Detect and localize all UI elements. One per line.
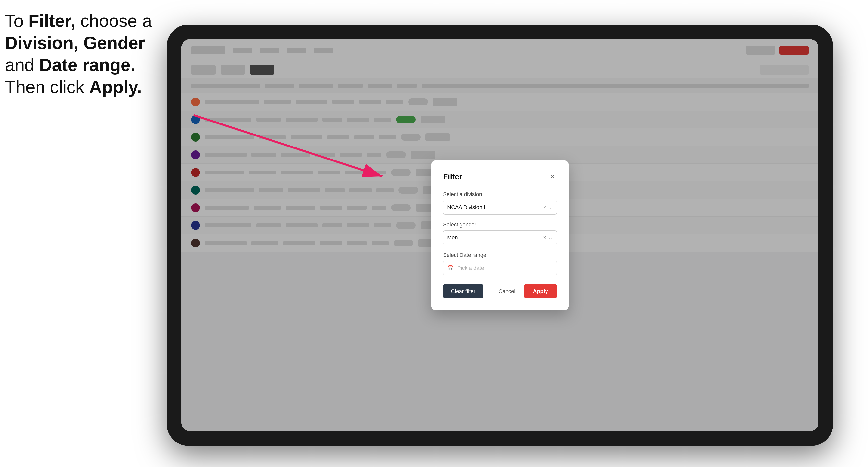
division-label: Select a division	[443, 191, 557, 197]
gender-field: Select gender Men × ⌄	[443, 221, 557, 245]
modal-header: Filter ×	[443, 172, 557, 181]
clear-icon[interactable]: ×	[543, 204, 546, 210]
modal-overlay: Filter × Select a division NCAA Division…	[181, 39, 818, 431]
division-select-icons: × ⌄	[543, 204, 553, 210]
footer-right: Cancel Apply	[494, 284, 557, 299]
clear-icon[interactable]: ×	[543, 235, 546, 240]
division-field: Select a division NCAA Division I × ⌄	[443, 191, 557, 215]
modal-close-button[interactable]: ×	[548, 172, 557, 181]
tablet-screen: Filter × Select a division NCAA Division…	[181, 39, 818, 431]
gender-select-icons: × ⌄	[543, 235, 553, 241]
instruction-line3: and Date range.	[5, 55, 135, 75]
date-range-field: Select Date range 📅 Pick a date	[443, 252, 557, 275]
cancel-button[interactable]: Cancel	[494, 284, 520, 299]
modal-footer: Clear filter Cancel Apply	[443, 284, 557, 299]
clear-filter-button[interactable]: Clear filter	[443, 284, 483, 299]
division-value: NCAA Division I	[447, 204, 485, 211]
instruction-line2: Division, Gender	[5, 33, 145, 53]
gender-label: Select gender	[443, 221, 557, 228]
modal-title: Filter	[443, 172, 462, 181]
date-range-label: Select Date range	[443, 252, 557, 258]
date-placeholder: Pick a date	[457, 265, 484, 271]
date-range-input[interactable]: 📅 Pick a date	[443, 261, 557, 275]
gender-select[interactable]: Men × ⌄	[443, 230, 557, 245]
chevron-icon: ⌄	[549, 235, 553, 241]
instruction-text: To Filter, choose a Division, Gender and…	[5, 10, 162, 98]
instruction-line4: Then click Apply.	[5, 77, 142, 97]
tablet-frame: Filter × Select a division NCAA Division…	[167, 25, 833, 446]
chevron-icon: ⌄	[549, 204, 553, 210]
gender-value: Men	[447, 235, 458, 241]
calendar-icon: 📅	[447, 265, 454, 271]
instruction-line1: To Filter, choose a	[5, 11, 152, 31]
filter-modal: Filter × Select a division NCAA Division…	[431, 160, 568, 310]
division-select[interactable]: NCAA Division I × ⌄	[443, 200, 557, 215]
apply-button[interactable]: Apply	[524, 284, 557, 299]
